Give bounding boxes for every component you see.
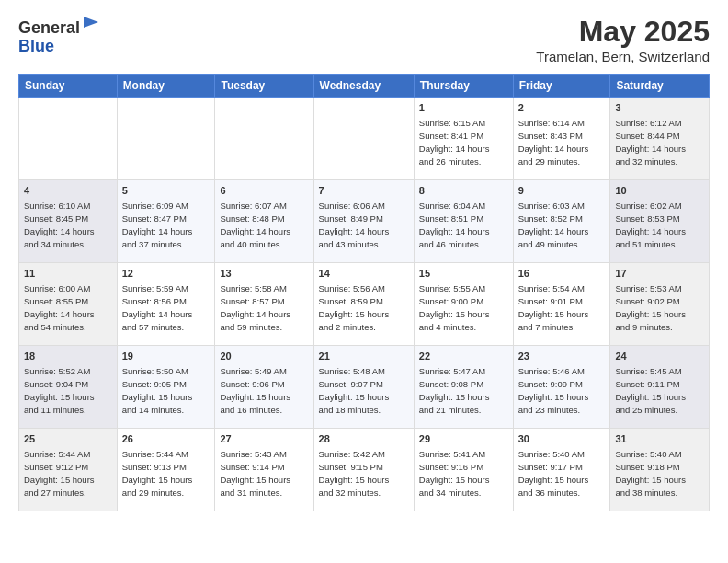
day-number: 27 — [220, 432, 308, 446]
day-cell: 29Sunrise: 5:41 AMSunset: 9:16 PMDayligh… — [414, 429, 513, 511]
col-header-sunday: Sunday — [19, 75, 118, 98]
day-cell — [19, 98, 118, 180]
day-cell: 10Sunrise: 6:02 AMSunset: 8:53 PMDayligh… — [610, 180, 710, 263]
col-header-friday: Friday — [513, 75, 610, 98]
day-number: 7 — [319, 184, 409, 198]
day-info: Sunrise: 6:12 AMSunset: 8:44 PMDaylight:… — [615, 117, 704, 167]
day-cell: 4Sunrise: 6:10 AMSunset: 8:45 PMDaylight… — [19, 180, 118, 263]
day-cell: 11Sunrise: 6:00 AMSunset: 8:55 PMDayligh… — [19, 263, 118, 346]
week-row-4: 18Sunrise: 5:52 AMSunset: 9:04 PMDayligh… — [19, 346, 710, 429]
week-row-2: 4Sunrise: 6:10 AMSunset: 8:45 PMDaylight… — [19, 180, 710, 263]
day-cell: 8Sunrise: 6:04 AMSunset: 8:51 PMDaylight… — [414, 180, 513, 263]
day-info: Sunrise: 6:14 AMSunset: 8:43 PMDaylight:… — [518, 117, 606, 167]
day-info: Sunrise: 5:44 AMSunset: 9:13 PMDaylight:… — [122, 448, 210, 499]
svg-marker-0 — [84, 17, 98, 28]
day-number: 3 — [615, 101, 704, 115]
day-info: Sunrise: 5:45 AMSunset: 9:11 PMDaylight:… — [615, 365, 704, 416]
col-header-monday: Monday — [117, 75, 215, 98]
day-info: Sunrise: 5:40 AMSunset: 9:18 PMDaylight:… — [615, 448, 704, 499]
day-info: Sunrise: 6:07 AMSunset: 8:48 PMDaylight:… — [220, 200, 308, 250]
day-info: Sunrise: 5:44 AMSunset: 9:12 PMDaylight:… — [24, 448, 112, 499]
day-info: Sunrise: 5:53 AMSunset: 9:02 PMDaylight:… — [615, 282, 704, 333]
day-number: 9 — [518, 184, 606, 198]
day-info: Sunrise: 5:59 AMSunset: 8:56 PMDaylight:… — [122, 282, 210, 333]
day-cell: 9Sunrise: 6:03 AMSunset: 8:52 PMDaylight… — [513, 180, 610, 263]
logo-general: General — [18, 18, 80, 37]
day-cell: 21Sunrise: 5:48 AMSunset: 9:07 PMDayligh… — [313, 346, 414, 429]
day-number: 24 — [615, 350, 704, 363]
day-cell: 15Sunrise: 5:55 AMSunset: 9:00 PMDayligh… — [414, 263, 513, 346]
day-info: Sunrise: 5:41 AMSunset: 9:16 PMDaylight:… — [419, 448, 508, 499]
day-info: Sunrise: 5:40 AMSunset: 9:17 PMDaylight:… — [518, 448, 606, 499]
week-row-1: 1Sunrise: 6:15 AMSunset: 8:41 PMDaylight… — [19, 98, 710, 180]
day-info: Sunrise: 5:47 AMSunset: 9:08 PMDaylight:… — [419, 365, 508, 416]
day-info: Sunrise: 6:06 AMSunset: 8:49 PMDaylight:… — [319, 200, 409, 250]
day-info: Sunrise: 5:42 AMSunset: 9:15 PMDaylight:… — [319, 448, 409, 499]
day-number: 26 — [122, 432, 210, 446]
day-info: Sunrise: 5:49 AMSunset: 9:06 PMDaylight:… — [220, 365, 308, 416]
day-cell: 19Sunrise: 5:50 AMSunset: 9:05 PMDayligh… — [117, 346, 215, 429]
day-number: 25 — [24, 432, 112, 446]
day-cell: 6Sunrise: 6:07 AMSunset: 8:48 PMDaylight… — [215, 180, 313, 263]
day-number: 19 — [122, 350, 210, 363]
day-number: 17 — [615, 267, 704, 281]
day-info: Sunrise: 6:02 AMSunset: 8:53 PMDaylight:… — [615, 200, 704, 250]
col-header-thursday: Thursday — [414, 75, 513, 98]
day-number: 15 — [419, 267, 508, 281]
day-cell — [117, 98, 215, 180]
week-row-5: 25Sunrise: 5:44 AMSunset: 9:12 PMDayligh… — [19, 429, 710, 511]
day-number: 18 — [24, 350, 112, 363]
day-cell: 18Sunrise: 5:52 AMSunset: 9:04 PMDayligh… — [19, 346, 118, 429]
day-number: 11 — [24, 267, 112, 281]
day-info: Sunrise: 6:15 AMSunset: 8:41 PMDaylight:… — [419, 117, 508, 167]
day-number: 2 — [518, 101, 606, 115]
day-number: 29 — [419, 432, 508, 446]
day-number: 22 — [419, 350, 508, 363]
day-number: 8 — [419, 184, 508, 198]
calendar-body: 1Sunrise: 6:15 AMSunset: 8:41 PMDaylight… — [19, 98, 710, 511]
day-cell: 27Sunrise: 5:43 AMSunset: 9:14 PMDayligh… — [215, 429, 313, 511]
col-header-wednesday: Wednesday — [313, 75, 414, 98]
day-cell: 30Sunrise: 5:40 AMSunset: 9:17 PMDayligh… — [513, 429, 610, 511]
day-cell: 16Sunrise: 5:54 AMSunset: 9:01 PMDayligh… — [513, 263, 610, 346]
day-info: Sunrise: 6:00 AMSunset: 8:55 PMDaylight:… — [24, 282, 112, 333]
day-cell — [313, 98, 414, 180]
day-cell: 17Sunrise: 5:53 AMSunset: 9:02 PMDayligh… — [610, 263, 710, 346]
day-cell: 12Sunrise: 5:59 AMSunset: 8:56 PMDayligh… — [117, 263, 215, 346]
day-cell: 1Sunrise: 6:15 AMSunset: 8:41 PMDaylight… — [414, 98, 513, 180]
logo-flag-icon — [82, 15, 100, 33]
header: General Blue May 2025 Tramelan, Bern, Sw… — [18, 15, 710, 64]
logo-blue: Blue — [18, 37, 54, 55]
col-header-tuesday: Tuesday — [215, 75, 313, 98]
logo: General Blue — [18, 15, 100, 56]
day-number: 1 — [419, 101, 508, 115]
day-cell: 24Sunrise: 5:45 AMSunset: 9:11 PMDayligh… — [610, 346, 710, 429]
day-number: 6 — [220, 184, 308, 198]
day-number: 5 — [122, 184, 210, 198]
title-block: May 2025 Tramelan, Bern, Switzerland — [536, 15, 710, 64]
day-number: 13 — [220, 267, 308, 281]
day-cell: 28Sunrise: 5:42 AMSunset: 9:15 PMDayligh… — [313, 429, 414, 511]
calendar-header: SundayMondayTuesdayWednesdayThursdayFrid… — [19, 75, 710, 98]
day-info: Sunrise: 5:55 AMSunset: 9:00 PMDaylight:… — [419, 282, 508, 333]
day-info: Sunrise: 5:48 AMSunset: 9:07 PMDaylight:… — [319, 365, 409, 416]
subtitle: Tramelan, Bern, Switzerland — [536, 49, 710, 64]
day-number: 16 — [518, 267, 606, 281]
day-cell: 23Sunrise: 5:46 AMSunset: 9:09 PMDayligh… — [513, 346, 610, 429]
main-title: May 2025 — [536, 15, 710, 49]
day-number: 21 — [319, 350, 409, 363]
day-cell: 5Sunrise: 6:09 AMSunset: 8:47 PMDaylight… — [117, 180, 215, 263]
day-info: Sunrise: 5:58 AMSunset: 8:57 PMDaylight:… — [220, 282, 308, 333]
day-number: 28 — [319, 432, 409, 446]
day-info: Sunrise: 5:56 AMSunset: 8:59 PMDaylight:… — [319, 282, 409, 333]
day-info: Sunrise: 6:04 AMSunset: 8:51 PMDaylight:… — [419, 200, 508, 250]
day-info: Sunrise: 6:03 AMSunset: 8:52 PMDaylight:… — [518, 200, 606, 250]
day-cell: 20Sunrise: 5:49 AMSunset: 9:06 PMDayligh… — [215, 346, 313, 429]
day-info: Sunrise: 5:46 AMSunset: 9:09 PMDaylight:… — [518, 365, 606, 416]
col-header-saturday: Saturday — [610, 75, 710, 98]
page: General Blue May 2025 Tramelan, Bern, Sw… — [0, 0, 728, 563]
day-info: Sunrise: 6:10 AMSunset: 8:45 PMDaylight:… — [24, 200, 112, 250]
day-number: 30 — [518, 432, 606, 446]
day-cell: 31Sunrise: 5:40 AMSunset: 9:18 PMDayligh… — [610, 429, 710, 511]
day-number: 20 — [220, 350, 308, 363]
